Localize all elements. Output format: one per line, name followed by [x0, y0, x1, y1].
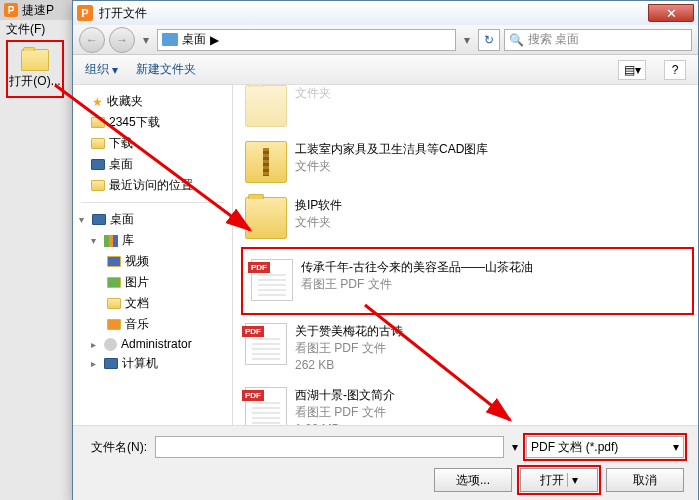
nav-back-button[interactable]: ←: [79, 27, 105, 53]
chevron-down-icon: ▾: [673, 440, 679, 454]
chevron-down-icon: ▾: [567, 473, 578, 487]
star-icon: ★: [92, 95, 103, 109]
nav-forward-button[interactable]: →: [109, 27, 135, 53]
folder-icon: [91, 117, 105, 128]
cancel-button[interactable]: 取消: [606, 468, 684, 492]
list-item[interactable]: 西湖十景-图文简介 看图王 PDF 文件 1.20 MB: [241, 381, 694, 425]
dialog-titlebar: P 打开文件 ✕: [73, 1, 698, 25]
tree-admin[interactable]: ▸Administrator: [73, 335, 232, 353]
menu-file[interactable]: 文件(F): [0, 20, 72, 38]
library-icon: [104, 235, 118, 247]
sidebar-tree: ★收藏夹 2345下载 下载 桌面 最近访问的位置 ▾桌面 ▾库 视频 图片 文…: [73, 85, 233, 425]
breadcrumb-arrow-icon: ▶: [210, 33, 219, 47]
tree-item[interactable]: 图片: [73, 272, 232, 293]
tree-computer[interactable]: ▸计算机: [73, 353, 232, 374]
list-item[interactable]: 换IP软件 文件夹: [241, 191, 694, 245]
computer-icon: [104, 358, 118, 369]
filename-dropdown[interactable]: ▾: [512, 440, 518, 454]
dialog-navbar: ← → ▾ 桌面 ▶ ▾ ↻ 🔍 搜索 桌面: [73, 25, 698, 55]
breadcrumb[interactable]: 桌面 ▶: [157, 29, 456, 51]
nav-history-dropdown[interactable]: ▾: [139, 28, 153, 52]
tree-item[interactable]: 视频: [73, 251, 232, 272]
help-button[interactable]: ?: [664, 60, 686, 80]
breadcrumb-dropdown[interactable]: ▾: [460, 28, 474, 52]
dialog-icon: P: [77, 5, 93, 21]
search-placeholder: 搜索 桌面: [528, 31, 579, 48]
filename-label: 文件名(N):: [87, 439, 147, 456]
list-item[interactable]: 传承千年-古往今来的美容圣品——山茶花油 看图王 PDF 文件: [247, 253, 688, 307]
desktop-icon: [162, 33, 178, 46]
desktop-icon: [91, 159, 105, 170]
document-icon: [107, 298, 121, 309]
tree-item[interactable]: 桌面: [73, 154, 232, 175]
pdf-icon: [245, 387, 287, 425]
video-icon: [107, 256, 121, 267]
options-button[interactable]: 选项...: [434, 468, 512, 492]
chevron-down-icon: ▾: [112, 63, 118, 77]
app-title-text: 捷速P: [22, 2, 54, 19]
list-item[interactable]: 文件夹: [241, 85, 694, 133]
dialog-title-text: 打开文件: [99, 5, 147, 22]
tree-item[interactable]: 音乐: [73, 314, 232, 335]
dialog-footer: 文件名(N): ▾ PDF 文档 (*.pdf)▾ 选项... 打开▾ 取消: [73, 425, 698, 500]
new-folder-button[interactable]: 新建文件夹: [136, 61, 196, 78]
open-button-label: 打开(O)...: [9, 73, 60, 90]
list-item[interactable]: 关于赞美梅花的古诗 看图王 PDF 文件 262 KB: [241, 317, 694, 379]
pdf-icon: [251, 259, 293, 301]
folder-icon: [245, 85, 287, 127]
toolbar-open-button[interactable]: 打开(O)...: [6, 40, 64, 98]
tree-item[interactable]: 下载: [73, 133, 232, 154]
filename-input[interactable]: [155, 436, 504, 458]
close-button[interactable]: ✕: [648, 4, 694, 22]
app-titlebar: P 捷速P: [0, 0, 72, 20]
tree-item[interactable]: 文档: [73, 293, 232, 314]
tree-item[interactable]: 最近访问的位置: [73, 175, 232, 196]
highlighted-file: 传承千年-古往今来的美容圣品——山茶花油 看图王 PDF 文件: [241, 247, 694, 315]
organize-menu[interactable]: 组织 ▾: [85, 61, 118, 78]
open-button[interactable]: 打开▾: [520, 468, 598, 492]
view-mode-button[interactable]: ▤▾: [618, 60, 646, 80]
music-icon: [107, 319, 121, 330]
pdf-icon: [245, 323, 287, 365]
search-input[interactable]: 🔍 搜索 桌面: [504, 29, 692, 51]
folder-icon: [245, 197, 287, 239]
dialog-toolbar: 组织 ▾ 新建文件夹 ▤▾ ?: [73, 55, 698, 85]
user-icon: [104, 338, 117, 351]
filetype-select[interactable]: PDF 文档 (*.pdf)▾: [526, 436, 684, 458]
tree-item[interactable]: 2345下载: [73, 112, 232, 133]
file-list: 文件夹 工装室内家具及卫生洁具等CAD图库 文件夹 换IP软件 文件夹: [233, 85, 698, 425]
tree-library[interactable]: ▾库: [73, 230, 232, 251]
tree-desktop[interactable]: ▾桌面: [73, 209, 232, 230]
recent-icon: [91, 180, 105, 191]
breadcrumb-location: 桌面: [182, 31, 206, 48]
app-icon: P: [4, 3, 18, 17]
open-file-dialog: P 打开文件 ✕ ← → ▾ 桌面 ▶ ▾ ↻ 🔍 搜索 桌面 组织 ▾ 新建文…: [72, 0, 699, 500]
open-folder-icon: [21, 49, 49, 71]
tree-favorites[interactable]: ★收藏夹: [73, 91, 232, 112]
picture-icon: [107, 277, 121, 288]
refresh-button[interactable]: ↻: [478, 29, 500, 51]
desktop-icon: [92, 214, 106, 225]
archive-icon: [245, 141, 287, 183]
folder-icon: [91, 138, 105, 149]
list-item[interactable]: 工装室内家具及卫生洁具等CAD图库 文件夹: [241, 135, 694, 189]
search-icon: 🔍: [509, 33, 524, 47]
